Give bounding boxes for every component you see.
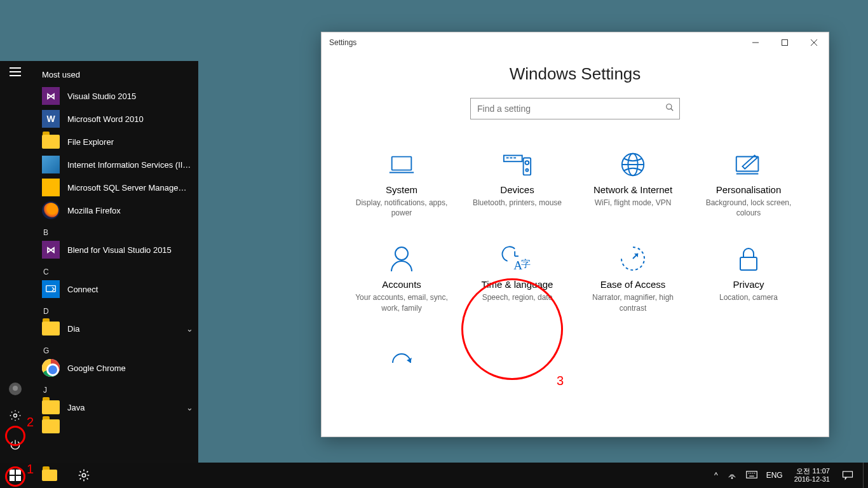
start-item-explorer[interactable]: File Explorer	[39, 130, 198, 153]
start-item-visualstudio[interactable]: ⋈ Visual Studio 2015	[39, 85, 198, 107]
ease-access-icon	[619, 245, 647, 273]
settings-heading: Windows Settings	[346, 64, 804, 84]
start-item-ssms[interactable]: Microsoft SQL Server Managemen...	[39, 176, 198, 199]
annotation-number-2: 2	[27, 415, 34, 430]
svg-rect-28	[740, 257, 757, 270]
svg-point-0	[14, 414, 17, 417]
category-title: Network & Internet	[593, 184, 672, 195]
svg-rect-42	[843, 471, 853, 477]
category-title: Privacy	[733, 279, 764, 290]
app-tile-icon: W	[42, 110, 60, 128]
start-item-chrome[interactable]: Google Chrome	[39, 356, 198, 379]
start-item-label: Mozilla Firefox	[67, 206, 193, 215]
most-used-header: Most used	[39, 67, 198, 85]
action-center-icon[interactable]	[835, 463, 860, 488]
category-update[interactable]	[348, 340, 456, 368]
svg-rect-8	[392, 157, 412, 170]
search-input[interactable]	[477, 104, 665, 114]
folder-icon	[42, 133, 60, 151]
index-letter[interactable]: D	[39, 301, 198, 317]
taskbar-settings[interactable]	[69, 463, 99, 488]
category-desc: Location, camera	[719, 292, 778, 302]
index-letter[interactable]: J	[39, 379, 198, 396]
category-personalisation[interactable]: Personalisation Background, lock screen,…	[695, 150, 803, 218]
settings-category-grid: System Display, notifications, apps, pow…	[346, 150, 804, 368]
show-desktop-button[interactable]	[863, 463, 867, 488]
start-item-label: Blend for Visual Studio 2015	[67, 245, 193, 255]
category-desc: Bluetooth, printers, mouse	[473, 198, 562, 208]
start-menu-rail	[0, 61, 31, 463]
category-desc: Background, lock screen, colours	[695, 198, 803, 218]
start-item-partial[interactable]	[39, 419, 198, 434]
app-tile-icon: ⋈	[42, 241, 60, 259]
system-tray[interactable]: ^ ENG	[708, 470, 789, 482]
close-button[interactable]	[799, 32, 829, 53]
maximize-button[interactable]	[770, 32, 799, 53]
time-language-icon: A字	[501, 245, 533, 273]
tray-network-icon[interactable]	[727, 470, 737, 482]
category-ease-of-access[interactable]: Ease of Access Narrator, magnifier, high…	[579, 245, 687, 313]
start-item-connect[interactable]: Connect	[39, 278, 198, 301]
category-network[interactable]: Network & Internet WiFi, flight mode, VP…	[579, 150, 687, 218]
window-titlebar[interactable]: Settings	[322, 32, 829, 53]
category-system[interactable]: System Display, notifications, apps, pow…	[348, 150, 456, 218]
clock-time: 오전 11:07	[794, 467, 830, 475]
category-title: Accounts	[382, 279, 421, 290]
folder-icon	[42, 398, 60, 416]
person-icon	[389, 245, 414, 273]
paint-icon	[733, 150, 764, 178]
start-item-label: Microsoft Word 2010	[67, 114, 193, 124]
settings-search[interactable]	[470, 98, 680, 119]
start-item-iis[interactable]: Internet Information Services (IIS)...	[39, 153, 198, 176]
start-item-label: Connect	[67, 285, 193, 294]
svg-rect-3	[782, 40, 788, 46]
start-item-label: Google Chrome	[67, 363, 193, 373]
start-item-label: Internet Information Services (IIS)...	[67, 160, 193, 170]
user-icon[interactable]	[9, 383, 22, 395]
start-item-word[interactable]: W Microsoft Word 2010	[39, 107, 198, 130]
update-icon	[388, 340, 416, 368]
category-title: Ease of Access	[600, 279, 666, 290]
tray-chevron-icon[interactable]: ^	[714, 471, 718, 480]
taskbar-clock[interactable]: 오전 11:07 2016-12-31	[789, 467, 835, 483]
start-item-blend[interactable]: ⋈ Blend for Visual Studio 2015	[39, 238, 198, 261]
start-item-firefox[interactable]: Mozilla Firefox	[39, 199, 198, 222]
folder-icon	[42, 320, 60, 337]
annotation-number-1: 1	[27, 462, 34, 477]
svg-text:字: 字	[521, 259, 531, 269]
category-desc: Display, notifications, apps, power	[348, 198, 456, 218]
start-item-dia[interactable]: Dia ⌄	[39, 317, 198, 340]
index-letter[interactable]: B	[39, 222, 198, 238]
svg-point-15	[526, 161, 529, 165]
svg-point-22	[395, 247, 408, 260]
svg-line-7	[671, 109, 674, 111]
annotation-circle-1	[5, 466, 25, 487]
svg-point-34	[82, 473, 86, 477]
annotation-circle-3	[461, 278, 563, 380]
annotation-number-3: 3	[557, 374, 564, 388]
category-accounts[interactable]: Accounts Your accounts, email, sync, wor…	[348, 245, 456, 313]
category-devices[interactable]: Devices Bluetooth, printers, mouse	[463, 150, 571, 218]
category-desc: WiFi, flight mode, VPN	[595, 198, 672, 208]
lock-icon	[736, 245, 761, 273]
taskbar-explorer[interactable]	[31, 463, 69, 488]
ime-indicator[interactable]: ENG	[766, 471, 783, 480]
settings-rail-icon[interactable]	[9, 409, 22, 424]
start-item-label: Java	[67, 403, 179, 412]
hamburger-icon[interactable]	[10, 67, 21, 76]
laptop-icon	[387, 150, 416, 178]
start-item-label: File Explorer	[67, 137, 193, 147]
start-item-java[interactable]: Java ⌄	[39, 396, 198, 419]
start-item-label: Microsoft SQL Server Managemen...	[67, 183, 193, 193]
app-tile-icon	[42, 156, 60, 173]
category-desc: Narrator, magnifier, high contrast	[579, 292, 687, 313]
index-letter[interactable]: G	[39, 340, 198, 356]
category-privacy[interactable]: Privacy Location, camera	[695, 245, 803, 313]
app-tile-icon	[42, 280, 60, 298]
index-letter[interactable]: C	[39, 261, 198, 278]
svg-point-16	[526, 169, 528, 172]
tray-keyboard-icon[interactable]	[746, 471, 757, 480]
minimize-button[interactable]	[741, 32, 770, 53]
app-tile-icon: ⋈	[42, 87, 60, 105]
chevron-down-icon: ⌄	[186, 324, 193, 334]
